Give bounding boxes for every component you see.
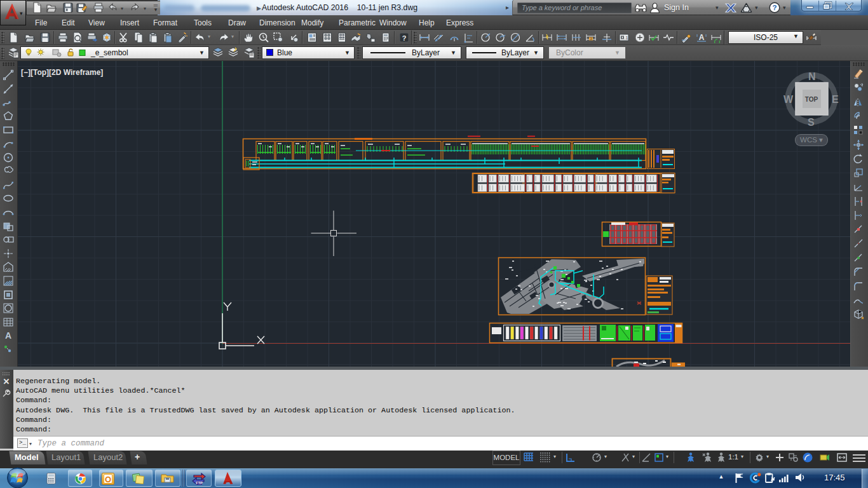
- svg-text:FTP: FTP: [196, 481, 203, 485]
- svg-text:?: ?: [772, 4, 776, 11]
- svg-text:.1: .1: [625, 36, 628, 40]
- svg-text:A: A: [5, 330, 11, 341]
- svg-text:3: 3: [590, 37, 592, 41]
- svg-text:?: ?: [402, 34, 407, 42]
- svg-text:A: A: [699, 33, 705, 42]
- svg-text:TOP: TOP: [805, 96, 818, 103]
